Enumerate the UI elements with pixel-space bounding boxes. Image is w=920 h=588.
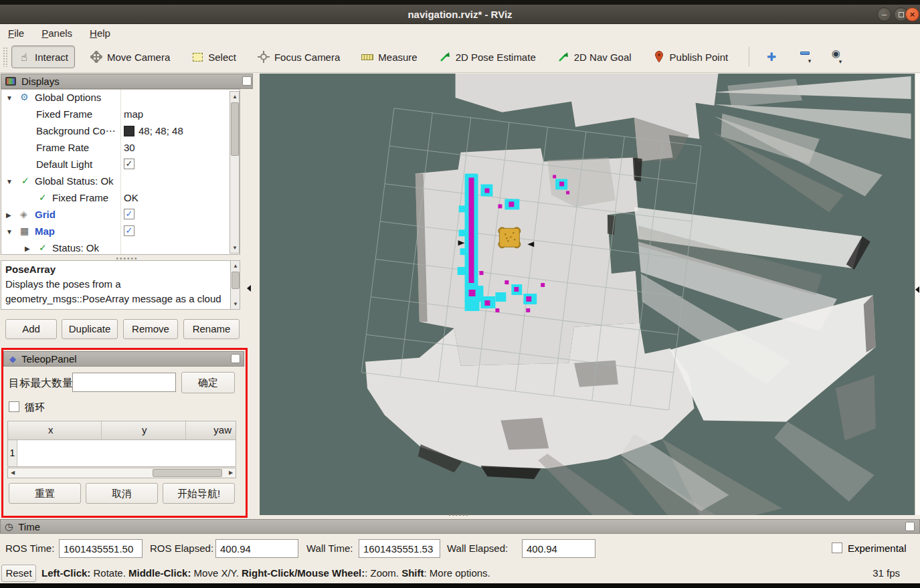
3d-viewport[interactable] <box>260 74 915 515</box>
description-title: PoseArray <box>5 264 56 275</box>
tool-add-display[interactable]: ✚ <box>761 48 781 66</box>
background-color-value[interactable]: 48; 48; 48 <box>124 125 183 136</box>
ros-elapsed-label: ROS Elapsed: <box>150 539 213 558</box>
rename-button[interactable]: Rename <box>183 319 240 339</box>
expander-icon[interactable]: ▼ <box>6 178 13 185</box>
waypoint-table-header: x y yaw <box>8 421 236 440</box>
tool-2d-pose-estimate[interactable]: 2D Pose Estimate <box>433 46 542 68</box>
max-goal-input[interactable] <box>72 373 176 392</box>
menu-help[interactable]: Help <box>90 27 110 39</box>
occupancy-map <box>365 74 911 515</box>
teleop-float-button[interactable] <box>231 354 240 363</box>
minimize-button[interactable]: – <box>877 7 891 21</box>
visibility-caret-icon[interactable]: ▾ <box>839 58 842 65</box>
tool-measure[interactable]: Measure <box>355 46 423 68</box>
right-panel-collapsed-strip[interactable] <box>915 74 920 515</box>
loop-checkbox[interactable] <box>9 401 19 412</box>
tree-row-global-status-fixed-frame[interactable]: ✓ Fixed Frame OK <box>1 191 229 207</box>
tree-row-map-status[interactable]: ▶ ✓ Status: Ok <box>1 241 229 255</box>
description-scrollbar[interactable]: ▲ ▼ <box>230 260 240 310</box>
default-light-checkbox[interactable]: ✓ <box>124 159 134 169</box>
h-scroll-thumb[interactable] <box>153 469 222 477</box>
time-float-button[interactable] <box>905 522 915 531</box>
ros-time-value[interactable] <box>59 539 143 558</box>
time-panel-header: ◷ Time <box>0 519 920 534</box>
mouse-help-text: Left-Click: Rotate. Middle-Click: Move X… <box>41 563 490 583</box>
tree-row-frame-rate[interactable]: Frame Rate 30 <box>1 140 229 157</box>
remove-tool-caret-icon[interactable]: ▾ <box>808 58 812 64</box>
window-bottom-strip <box>0 583 920 588</box>
tool-move-camera[interactable]: Move Camera <box>84 46 176 68</box>
status-ok-check-icon: ✓ <box>39 242 47 253</box>
wall-elapsed-label: Wall Elapsed: <box>447 539 508 558</box>
tool-visibility[interactable]: ◉ ▾ <box>826 46 846 68</box>
tree-row-default-light[interactable]: Default Light ✓ <box>1 157 229 174</box>
column-yaw[interactable]: yaw <box>213 424 232 435</box>
tree-row-grid[interactable]: ▶ ◈ Grid ✓ <box>1 207 229 224</box>
tool-2d-nav-goal[interactable]: 2D Nav Goal <box>551 46 638 68</box>
table-h-scrollbar[interactable]: ◀ ▶ <box>7 468 236 478</box>
displays-float-button[interactable] <box>242 76 252 86</box>
menu-panels[interactable]: Panels <box>41 27 72 39</box>
tree-row-map[interactable]: ▼ ▦ Map ✓ <box>1 224 229 241</box>
experimental-checkbox[interactable] <box>832 543 842 553</box>
cancel-button[interactable]: 取消 <box>86 483 158 504</box>
waypoint-row[interactable]: 1 <box>8 440 236 466</box>
tool-remove-display[interactable]: ▾ <box>795 47 815 67</box>
tree-scrollbar[interactable]: ▲ ▼ <box>229 91 240 254</box>
close-button[interactable]: × <box>905 7 919 21</box>
tree-row-background-color[interactable]: Background Co⋯ 48; 48; 48 <box>1 124 229 140</box>
tool-publish-point[interactable]: Publish Point <box>647 46 735 68</box>
tree-row-global-status[interactable]: ▼ ✓ Global Status: Ok <box>1 174 229 191</box>
ros-time-label: ROS Time: <box>5 539 54 558</box>
fps-counter: 31 fps <box>872 563 900 583</box>
remove-button[interactable]: Remove <box>123 319 178 339</box>
right-panel-collapse-handle[interactable] <box>915 286 919 293</box>
clock-icon: ◷ <box>5 521 13 532</box>
wall-elapsed-value[interactable] <box>522 539 595 558</box>
tree-row-global-options[interactable]: ▼ ⚙ Global Options <box>1 90 229 107</box>
viewport-splitter[interactable]: •••••• <box>439 512 479 518</box>
expander-icon[interactable]: ▼ <box>6 94 13 102</box>
expander-icon[interactable]: ▶ <box>6 211 11 219</box>
add-button[interactable]: Add <box>5 319 57 339</box>
duplicate-button[interactable]: Duplicate <box>62 319 118 339</box>
expander-icon[interactable]: ▼ <box>6 228 13 235</box>
tool-focus-camera[interactable]: Focus Camera <box>252 46 346 68</box>
menubar: File Panels Help <box>0 24 920 41</box>
wall-time-value[interactable] <box>359 539 440 558</box>
ros-elapsed-value[interactable] <box>215 539 298 558</box>
map-enabled-checkbox[interactable]: ✓ <box>124 225 134 236</box>
tree-row-fixed-frame[interactable]: Fixed Frame map <box>1 107 229 124</box>
frame-rate-value[interactable]: 30 <box>124 142 135 153</box>
max-goal-label: 目标最大数量 <box>9 377 73 391</box>
reset-button[interactable]: Reset <box>1 565 36 582</box>
teleop-panel-title: TeleopPanel <box>21 353 77 365</box>
fixed-frame-value[interactable]: map <box>124 108 143 120</box>
column-y[interactable]: y <box>142 424 147 435</box>
waypoint-table: x y yaw 1 <box>7 421 236 467</box>
displays-panel-title: Displays <box>21 76 60 87</box>
color-swatch[interactable] <box>124 126 134 136</box>
confirm-button[interactable]: 确定 <box>181 372 235 393</box>
tool-interact[interactable]: ☝ Interact <box>11 45 75 68</box>
grid-enabled-checkbox[interactable]: ✓ <box>124 209 134 219</box>
more-information-link[interactable]: More Information <box>145 308 220 310</box>
loop-label: 循环 <box>25 401 45 414</box>
publish-point-pin-icon <box>653 51 665 63</box>
toolbar-grip <box>3 47 7 67</box>
time-panel-title: Time <box>18 521 40 532</box>
expander-icon[interactable]: ▶ <box>25 245 30 252</box>
focus-camera-icon <box>258 51 270 63</box>
teleop-panel: ◆ TeleopPanel 目标最大数量 确定 循环 x y yaw 1 ◀ ▶… <box>1 348 248 518</box>
menu-file[interactable]: File <box>8 27 24 39</box>
left-panel-collapse-handle[interactable] <box>247 285 251 292</box>
reset-goals-button[interactable]: 重置 <box>9 483 81 504</box>
tool-select[interactable]: Select <box>185 46 242 68</box>
toolbar-separator <box>749 47 749 67</box>
teleop-panel-header: ◆ TeleopPanel <box>3 351 244 367</box>
column-x[interactable]: x <box>48 424 54 435</box>
start-navigation-button[interactable]: 开始导航! <box>163 483 235 504</box>
displays-monitor-icon <box>5 77 16 86</box>
row-index[interactable]: 1 <box>8 440 17 466</box>
